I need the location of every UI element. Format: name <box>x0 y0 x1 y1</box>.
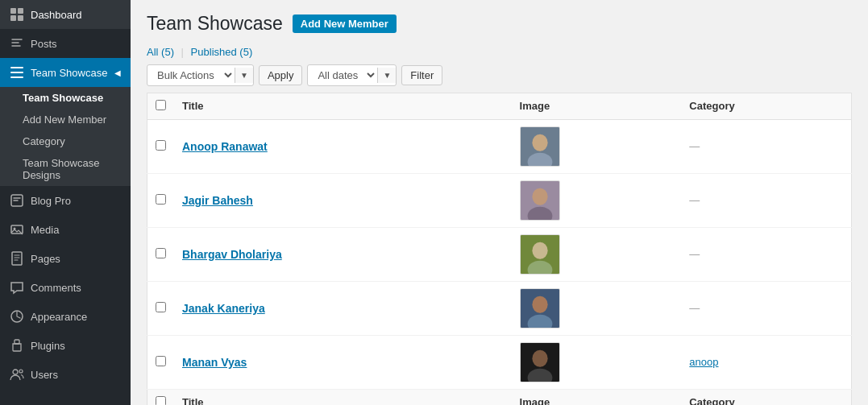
pages-icon <box>10 251 24 266</box>
page-header: Team Showcase Add New Member <box>147 12 852 36</box>
table-header-row: Title Image Category <box>147 93 852 119</box>
sidebar-item-media-label: Media <box>31 224 59 236</box>
appearance-icon <box>10 309 24 324</box>
row-checkbox[interactable] <box>156 248 166 258</box>
svg-point-19 <box>532 188 547 205</box>
sidebar-sub-item-team-showcase[interactable]: Team Showcase <box>0 87 131 109</box>
sidebar-sub-item-add-new-member[interactable]: Add New Member <box>0 109 131 130</box>
sidebar-item-comments-label: Comments <box>31 282 81 294</box>
filter-links: All (5) | Published (5) <box>147 46 852 58</box>
filter-all-link[interactable]: All (5) <box>147 46 177 58</box>
row-checkbox[interactable] <box>156 194 166 205</box>
member-name-link[interactable]: Janak Kaneriya <box>182 302 265 315</box>
member-avatar <box>520 288 560 329</box>
add-new-member-button[interactable]: Add New Member <box>293 14 397 33</box>
users-icon <box>10 367 24 382</box>
sidebar-item-pages[interactable]: Pages <box>0 244 131 273</box>
row-checkbox[interactable] <box>156 140 166 151</box>
svg-rect-5 <box>10 72 23 73</box>
sidebar-item-users[interactable]: Users <box>0 360 131 389</box>
svg-point-22 <box>532 242 547 259</box>
row-image-cell <box>512 119 682 173</box>
svg-rect-4 <box>10 67 23 68</box>
select-all-checkbox[interactable] <box>156 100 166 110</box>
comments-icon <box>10 280 24 295</box>
row-category-cell: — <box>681 227 851 281</box>
team-showcase-submenu: Team Showcase Add New Member Category Te… <box>0 87 131 186</box>
team-showcase-collapse-icon: ◀ <box>114 68 121 77</box>
apply-button[interactable]: Apply <box>259 65 303 85</box>
sidebar-sub-item-team-designs[interactable]: Team Showcase Designs <box>0 152 131 186</box>
sidebar-item-dashboard[interactable]: Dashboard <box>0 0 131 29</box>
table-footer-row: Title Image Category <box>147 389 852 405</box>
sidebar-item-team-label: Team Showcase <box>31 67 107 79</box>
bulk-actions-dropdown-icon[interactable]: ▼ <box>235 68 253 83</box>
member-avatar <box>520 126 560 167</box>
row-image-cell <box>512 281 682 335</box>
members-table: Title Image Category Anoop Ranawat <box>147 93 852 405</box>
posts-icon <box>10 36 24 51</box>
category-link[interactable]: anoop <box>689 356 718 368</box>
sidebar-item-users-label: Users <box>31 369 58 381</box>
select-all-footer-checkbox[interactable] <box>156 396 166 405</box>
sidebar-item-dashboard-label: Dashboard <box>31 9 82 21</box>
dashboard-icon <box>10 7 24 22</box>
sidebar-item-appearance-label: Appearance <box>31 311 87 323</box>
sidebar-item-plugins-label: Plugins <box>31 340 65 352</box>
dates-select[interactable]: All dates <box>308 65 377 85</box>
member-name-link[interactable]: Anoop Ranawat <box>182 140 268 153</box>
row-name-cell: Manan Vyas <box>174 335 512 389</box>
row-checkbox-cell <box>147 173 175 227</box>
footer-title-col[interactable]: Title <box>174 389 512 405</box>
sidebar-sub-item-category[interactable]: Category <box>0 130 131 152</box>
dates-wrap: All dates ▼ <box>307 64 397 86</box>
svg-point-28 <box>532 350 547 367</box>
sidebar-item-team-showcase[interactable]: Team Showcase ◀ <box>0 58 131 87</box>
main-content: Team Showcase Add New Member All (5) | P… <box>131 0 868 405</box>
row-name-cell: Anoop Ranawat <box>174 119 512 173</box>
member-name-link[interactable]: Bhargav Dholariya <box>182 248 282 261</box>
sidebar-item-comments[interactable]: Comments <box>0 273 131 302</box>
sidebar-item-media[interactable]: Media <box>0 215 131 244</box>
filter-published-link[interactable]: Published (5) <box>191 46 253 58</box>
page-title: Team Showcase <box>147 12 283 36</box>
svg-rect-12 <box>15 340 19 344</box>
sidebar-item-appearance[interactable]: Appearance <box>0 302 131 331</box>
member-avatar <box>520 234 560 275</box>
sidebar-item-posts[interactable]: Posts <box>0 29 131 58</box>
footer-category-col[interactable]: Category <box>681 389 851 405</box>
row-category-cell: — <box>681 281 851 335</box>
row-checkbox-cell <box>147 227 175 281</box>
row-image-cell <box>512 335 682 389</box>
row-image-cell <box>512 173 682 227</box>
filter-button[interactable]: Filter <box>401 65 442 85</box>
row-checkbox[interactable] <box>156 356 166 366</box>
row-category-cell: — <box>681 173 851 227</box>
header-category-col[interactable]: Category <box>681 93 851 119</box>
svg-rect-1 <box>18 8 23 14</box>
sidebar-item-blog-pro[interactable]: Blog Pro <box>0 186 131 215</box>
team-icon <box>10 65 24 80</box>
svg-point-13 <box>13 370 18 374</box>
footer-image-col: Image <box>512 389 682 405</box>
svg-point-25 <box>532 296 547 313</box>
bulk-actions-select[interactable]: Bulk Actions <box>147 65 235 85</box>
category-dash: — <box>689 194 700 206</box>
dates-dropdown-icon[interactable]: ▼ <box>377 68 396 83</box>
member-name-link[interactable]: Manan Vyas <box>182 356 247 369</box>
row-category-cell: anoop <box>681 335 851 389</box>
row-name-cell: Janak Kaneriya <box>174 281 512 335</box>
sidebar-item-posts-label: Posts <box>31 38 57 50</box>
table-row: Janak Kaneriya — <box>147 281 852 335</box>
member-name-link[interactable]: Jagir Bahesh <box>182 194 253 207</box>
row-checkbox[interactable] <box>156 302 166 312</box>
header-title-col[interactable]: Title <box>174 93 512 119</box>
sidebar: Dashboard Posts Team Showcase ◀ Team Sho… <box>0 0 131 405</box>
header-image-col: Image <box>512 93 682 119</box>
svg-rect-3 <box>18 15 23 21</box>
row-checkbox-cell <box>147 281 175 335</box>
category-dash: — <box>689 140 700 152</box>
blog-icon <box>10 193 24 208</box>
filter-sep: | <box>181 46 184 58</box>
sidebar-item-plugins[interactable]: Plugins <box>0 331 131 360</box>
